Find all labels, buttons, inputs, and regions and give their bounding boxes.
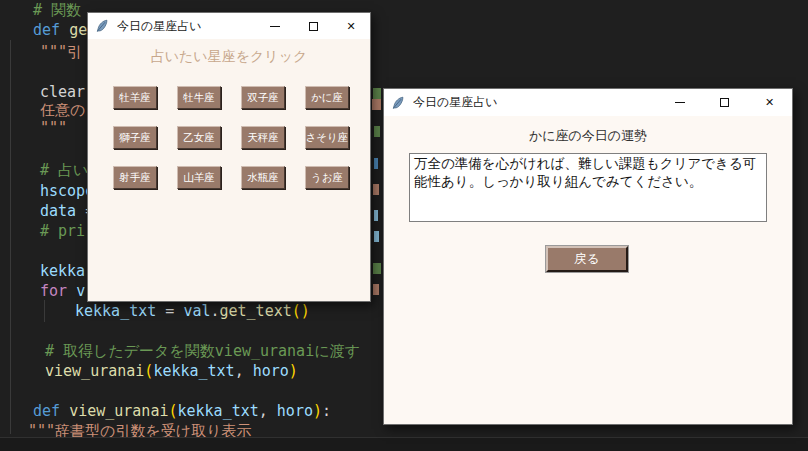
zodiac-picker-window: 今日の星座占い ✕ 占いたい星座をクリック 牡羊座牡牛座双子座かに座獅子座乙女座… xyxy=(87,12,371,302)
code-line: # 関数 xyxy=(33,2,81,18)
code-line: kekka_txt = val.get_text() xyxy=(75,303,310,319)
zodiac-button[interactable]: 獅子座 xyxy=(113,126,157,149)
code-fragment xyxy=(373,284,379,295)
close-icon: ✕ xyxy=(765,97,774,108)
result-heading: かに座の今日の運勢 xyxy=(384,127,792,145)
window-title: 今日の星座占い xyxy=(413,94,657,111)
screen: # 関数def get_u"""引clear任意の"""# 占いhscopeda… xyxy=(0,0,808,451)
titlebar[interactable]: 今日の星座占い ✕ xyxy=(384,89,792,116)
close-button[interactable]: ✕ xyxy=(747,89,792,116)
window-title: 今日の星座占い xyxy=(117,18,256,35)
indent-guide xyxy=(44,300,45,322)
code-line: # 取得したデータを関数view_uranaiに渡す xyxy=(45,343,360,359)
code-fragment xyxy=(373,263,381,274)
code-fragment xyxy=(374,231,379,242)
minimize-icon xyxy=(270,26,280,27)
zodiac-button[interactable]: 水瓶座 xyxy=(241,166,285,189)
code-fragment xyxy=(372,99,381,110)
result-textbox[interactable]: 万全の準備を心がければ、難しい課題もクリアできる可能性あり。しっかり取り組んでみ… xyxy=(409,153,767,222)
code-line: """ xyxy=(40,120,67,136)
editor-bottom-strip xyxy=(0,437,808,451)
code-line: for v xyxy=(40,283,85,299)
code-line: clear xyxy=(40,84,85,100)
app-feather-icon xyxy=(391,96,405,110)
indent-guide xyxy=(10,40,11,434)
picker-heading: 占いたい星座をクリック xyxy=(88,48,370,66)
code-line: kekka xyxy=(40,263,85,279)
result-window: 今日の星座占い ✕ かに座の今日の運勢 万全の準備を心がければ、難しい課題もクリ… xyxy=(383,88,793,425)
zodiac-button[interactable]: 射手座 xyxy=(113,166,157,189)
maximize-icon xyxy=(309,22,318,31)
zodiac-button[interactable]: 天秤座 xyxy=(241,126,285,149)
zodiac-button[interactable]: 山羊座 xyxy=(177,166,221,189)
code-line: 任意の xyxy=(40,102,85,118)
zodiac-button[interactable]: 牡羊座 xyxy=(113,86,157,109)
code-fragment xyxy=(373,88,381,99)
code-fragment xyxy=(373,184,379,195)
zodiac-button[interactable]: 牡牛座 xyxy=(177,86,221,109)
zodiac-button[interactable]: 乙女座 xyxy=(177,126,221,149)
code-line: def view_uranai(kekka_txt, horo): xyxy=(33,403,331,419)
zodiac-button[interactable]: さそり座 xyxy=(305,126,349,149)
minimize-button[interactable] xyxy=(657,89,702,116)
code-line: # pri xyxy=(40,223,85,239)
code-line: """引 xyxy=(40,44,82,60)
zodiac-button[interactable]: うお座 xyxy=(305,166,349,189)
zodiac-button[interactable]: 双子座 xyxy=(241,86,285,109)
code-line: view_uranai(kekka_txt, horo) xyxy=(45,363,298,379)
code-fragment xyxy=(374,158,378,169)
code-line: # 占い xyxy=(40,162,88,178)
close-icon: ✕ xyxy=(346,21,355,32)
code-fragment xyxy=(374,126,380,137)
zodiac-button[interactable]: かに座 xyxy=(305,86,349,109)
zodiac-picker-body: 占いたい星座をクリック 牡羊座牡牛座双子座かに座獅子座乙女座天秤座さそり座射手座… xyxy=(88,39,370,301)
close-button[interactable]: ✕ xyxy=(332,13,370,39)
maximize-button[interactable] xyxy=(702,89,747,116)
back-button[interactable]: 戻る xyxy=(546,246,628,272)
minimize-button[interactable] xyxy=(256,13,294,39)
code-fragment xyxy=(374,210,378,221)
titlebar[interactable]: 今日の星座占い ✕ xyxy=(88,13,370,39)
result-body: かに座の今日の運勢 万全の準備を心がければ、難しい課題もクリアできる可能性あり。… xyxy=(384,116,792,424)
maximize-icon xyxy=(720,98,729,107)
minimize-icon xyxy=(675,102,685,103)
maximize-button[interactable] xyxy=(294,13,332,39)
app-feather-icon xyxy=(95,19,109,33)
